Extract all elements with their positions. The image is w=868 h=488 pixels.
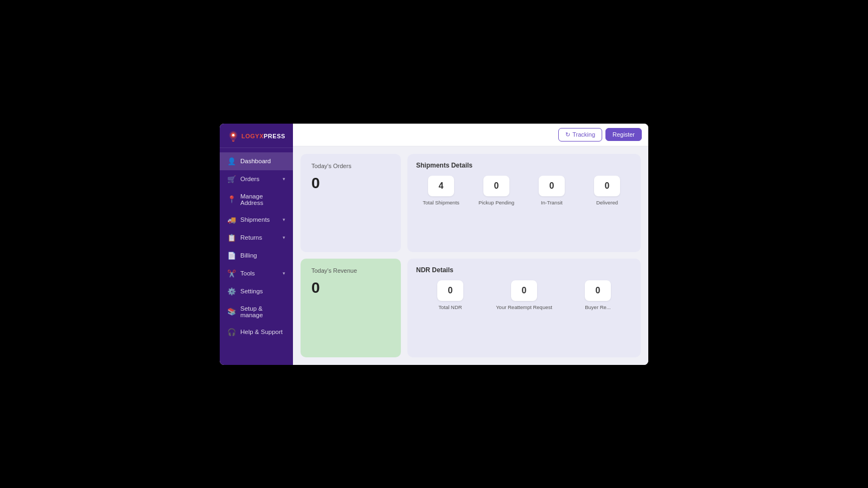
shipments-details-card: Shipments Details 4 Total Shipments 0 Pi…: [407, 154, 641, 253]
ndr-details-title: NDR Details: [416, 266, 632, 274]
sidebar-item-help-support[interactable]: 🎧 Help & Support: [220, 323, 293, 341]
register-label: Register: [612, 131, 635, 138]
sidebar-item-billing[interactable]: 📄 Billing: [220, 247, 293, 265]
total-ndr-value: 0: [437, 280, 463, 301]
orders-icon: 🛒: [227, 175, 236, 183]
sidebar-item-tools[interactable]: ✂️ Tools ▾: [220, 265, 293, 282]
sidebar-item-settings-label: Settings: [240, 288, 285, 294]
header: ↻ Tracking Register: [293, 124, 648, 146]
top-cards-row: Today's Orders 0 Shipments Details 4 Tot…: [301, 154, 641, 253]
in-transit-value: 0: [539, 176, 565, 196]
reattempt-stat: 0 Your Reattempt Request: [490, 280, 558, 310]
sidebar-item-help-support-label: Help & Support: [240, 329, 285, 335]
dashboard-icon: 👤: [227, 157, 236, 165]
today-orders-label: Today's Orders: [311, 163, 390, 169]
tracking-icon: ↻: [565, 131, 570, 138]
register-button[interactable]: Register: [605, 128, 642, 141]
reattempt-label: Your Reattempt Request: [496, 304, 552, 310]
logo-text: LOGYXPRESS: [241, 133, 285, 139]
setup-manage-icon: 📚: [227, 307, 236, 316]
ndr-stats-grid: 0 Total NDR 0 Your Reattempt Request 0 B…: [416, 280, 632, 310]
sidebar-item-shipments[interactable]: 🚚 Shipments ▾: [220, 211, 293, 229]
total-shipments-label: Total Shipments: [423, 200, 459, 206]
sidebar-item-orders-label: Orders: [240, 176, 278, 182]
tracking-button[interactable]: ↻ Tracking: [558, 128, 602, 142]
delivered-value: 0: [594, 176, 620, 196]
svg-point-1: [232, 133, 235, 136]
sidebar-item-returns-label: Returns: [240, 234, 278, 241]
buyer-re-value: 0: [585, 280, 611, 301]
delivered-label: Delivered: [596, 200, 618, 206]
tools-icon: ✂️: [227, 269, 236, 278]
sidebar-item-manage-address[interactable]: 📍 Manage Address: [220, 188, 293, 211]
shipments-icon: 🚚: [227, 216, 236, 224]
shipments-details-title: Shipments Details: [416, 162, 632, 169]
in-transit-stat: 0 In-Transit: [527, 176, 577, 206]
pickup-pending-label: Pickup Pending: [478, 200, 514, 206]
sidebar-item-settings[interactable]: ⚙️ Settings: [220, 282, 293, 300]
returns-icon: 📋: [227, 234, 236, 242]
sidebar-item-dashboard[interactable]: 👤 Dashboard: [220, 152, 293, 170]
sidebar-item-setup-manage[interactable]: 📚 Setup & manage: [220, 300, 293, 323]
manage-address-icon: 📍: [227, 195, 236, 203]
logo-icon: [227, 130, 239, 142]
sidebar: LOGYXPRESS 👤 Dashboard 🛒 Orders ▾ 📍 Mana…: [220, 124, 293, 365]
tools-arrow: ▾: [283, 271, 285, 276]
bottom-cards-row: Today's Revenue 0 NDR Details 0 Total ND…: [301, 259, 641, 357]
shipments-stats-grid: 4 Total Shipments 0 Pickup Pending 0 In-…: [416, 176, 632, 206]
total-ndr-stat: 0 Total NDR: [416, 280, 484, 310]
tracking-label: Tracking: [572, 131, 595, 138]
logo-area: LOGYXPRESS: [220, 124, 293, 148]
total-shipments-value: 4: [428, 176, 454, 196]
orders-arrow: ▾: [283, 176, 285, 182]
delivered-stat: 0 Delivered: [582, 176, 632, 206]
today-revenue-value: 0: [311, 279, 390, 297]
total-ndr-label: Total NDR: [438, 304, 462, 310]
today-orders-value: 0: [311, 175, 390, 192]
app-window: LOGYXPRESS 👤 Dashboard 🛒 Orders ▾ 📍 Mana…: [220, 124, 648, 365]
today-orders-card: Today's Orders 0: [301, 154, 401, 253]
sidebar-item-shipments-label: Shipments: [240, 216, 278, 223]
returns-arrow: ▾: [283, 235, 285, 240]
sidebar-item-tools-label: Tools: [240, 270, 278, 277]
sidebar-item-setup-manage-label: Setup & manage: [240, 305, 285, 318]
pickup-pending-value: 0: [483, 176, 509, 196]
sidebar-item-returns[interactable]: 📋 Returns ▾: [220, 229, 293, 247]
sidebar-item-billing-label: Billing: [240, 252, 285, 259]
main-content: ↻ Tracking Register Today's Orders 0 Shi…: [293, 124, 648, 365]
settings-icon: ⚙️: [227, 287, 236, 296]
dashboard-body: Today's Orders 0 Shipments Details 4 Tot…: [293, 146, 648, 365]
today-revenue-card: Today's Revenue 0: [301, 259, 401, 357]
ndr-details-card: NDR Details 0 Total NDR 0 Your Reattempt…: [407, 259, 641, 357]
total-shipments-stat: 4 Total Shipments: [416, 176, 466, 206]
billing-icon: 📄: [227, 252, 236, 260]
buyer-re-label: Buyer Re...: [585, 304, 611, 310]
sidebar-item-orders[interactable]: 🛒 Orders ▾: [220, 170, 293, 188]
sidebar-item-manage-address-label: Manage Address: [240, 193, 285, 206]
sidebar-item-dashboard-label: Dashboard: [240, 158, 285, 164]
today-revenue-label: Today's Revenue: [311, 267, 390, 274]
in-transit-label: In-Transit: [541, 200, 563, 206]
sidebar-nav: 👤 Dashboard 🛒 Orders ▾ 📍 Manage Address …: [220, 148, 293, 365]
shipments-arrow: ▾: [283, 217, 285, 222]
reattempt-value: 0: [511, 280, 537, 301]
help-support-icon: 🎧: [227, 328, 236, 336]
pickup-pending-stat: 0 Pickup Pending: [471, 176, 521, 206]
buyer-re-stat: 0 Buyer Re...: [564, 280, 632, 310]
